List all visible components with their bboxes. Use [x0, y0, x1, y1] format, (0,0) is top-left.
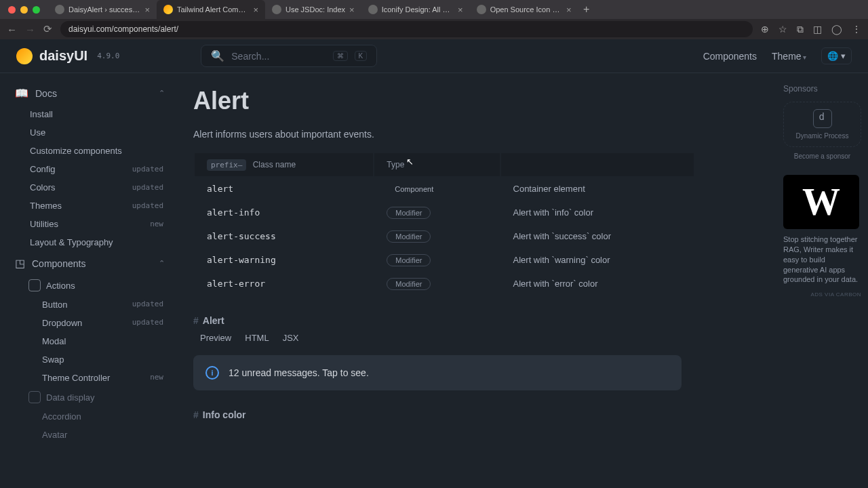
alert-demo: i 12 unread messages. Tap to see.	[193, 355, 682, 390]
close-tab-icon[interactable]: ×	[349, 5, 355, 15]
browser-tab[interactable]: DaisyAlert › success | Histo ×	[48, 0, 157, 19]
maximize-window-icon[interactable]	[33, 6, 40, 14]
cell-type: Component	[374, 178, 499, 200]
browser-tab-active[interactable]: Tailwind Alert Component — ×	[157, 0, 265, 19]
sidebar-item[interactable]: Colorsupdated	[11, 178, 169, 197]
prefix-badge: prefix–	[207, 159, 246, 171]
close-tab-icon[interactable]: ×	[144, 5, 150, 15]
sidebar-section-label: Docs	[35, 88, 152, 99]
nav-components[interactable]: Components	[703, 51, 757, 62]
window-controls	[8, 6, 40, 14]
back-button[interactable]: ←	[7, 24, 17, 35]
close-window-icon[interactable]	[8, 6, 16, 14]
logo[interactable]: daisyUI	[16, 48, 87, 64]
forward-button: →	[25, 24, 35, 35]
sidebar-badge: updated	[132, 300, 163, 310]
actions-icon	[28, 279, 41, 291]
browser-chrome: DaisyAlert › success | Histo × Tailwind …	[0, 0, 868, 39]
type-badge: Modifier	[387, 254, 431, 266]
example-heading-alert[interactable]: Alert	[193, 315, 776, 326]
sidebar-item[interactable]: Customize components	[11, 142, 169, 160]
close-tab-icon[interactable]: ×	[253, 5, 258, 15]
logo-icon	[16, 48, 33, 64]
sidebar-section-docs[interactable]: 📖 Docs ⌃	[11, 81, 169, 105]
new-tab-button[interactable]: +	[578, 3, 595, 16]
sidebar-item-label: Layout & Typography	[30, 237, 113, 247]
version-text: 4.9.0	[97, 52, 119, 60]
sidebar-section-components[interactable]: ◳ Components ⌃	[11, 251, 169, 275]
sponsors-heading: Sponsors	[783, 84, 861, 94]
sidebar-item[interactable]: Modal	[11, 332, 169, 350]
favicon-icon	[477, 5, 486, 14]
nav-theme-dropdown[interactable]: Theme	[772, 51, 806, 62]
tab-jsx[interactable]: JSX	[283, 333, 299, 346]
sidebar-item-label: Modal	[42, 336, 66, 346]
sidebar-group-label: Actions	[46, 281, 75, 291]
profile-icon[interactable]: ◯	[831, 24, 842, 35]
sidebar-group-data-display[interactable]: Data display	[11, 387, 169, 407]
example-heading-info[interactable]: Info color	[193, 409, 776, 420]
carbon-ad[interactable]: W Stop stitching together RAG, Writer ma…	[783, 175, 861, 298]
become-sponsor-link[interactable]: Become a sponsor	[783, 152, 861, 160]
type-badge: Modifier	[387, 230, 431, 243]
tab-preview[interactable]: Preview	[200, 333, 231, 346]
language-button[interactable]: 🌐 ▾	[821, 47, 852, 64]
sidebar-badge: new	[150, 373, 163, 383]
close-tab-icon[interactable]: ×	[566, 5, 572, 15]
sidebar-badge: updated	[132, 201, 163, 210]
tab-html[interactable]: HTML	[245, 333, 269, 346]
sidebar-item[interactable]: Layout & Typography	[11, 233, 169, 251]
sidebar-item[interactable]: Install	[11, 105, 169, 123]
close-tab-icon[interactable]: ×	[458, 5, 463, 15]
table-row: alertComponentContainer element	[195, 178, 694, 200]
sidepanel-icon[interactable]: ◫	[813, 24, 822, 35]
zoom-icon[interactable]: ⊕	[761, 24, 769, 35]
menu-icon[interactable]: ⋮	[852, 24, 861, 35]
browser-tab[interactable]: Use JSDoc: Index ×	[265, 0, 361, 19]
bookmark-icon[interactable]: ☆	[778, 24, 787, 35]
cell-desc: Alert with `info` color	[501, 201, 694, 224]
type-badge: Modifier	[387, 278, 431, 290]
ad-attribution: ADS VIA CARBON	[783, 291, 861, 298]
search-icon: 🔍	[211, 49, 224, 62]
sidebar-item[interactable]: Theme Controllernew	[11, 369, 169, 387]
reload-button[interactable]: ⟳	[43, 23, 52, 35]
sponsor-card[interactable]: Dynamic Process	[783, 102, 861, 147]
browser-tab[interactable]: Open Source Icon Sets - Ico ×	[470, 0, 578, 19]
alert-text: 12 unread messages. Tap to see.	[229, 367, 369, 378]
sidebar-item[interactable]: Buttonupdated	[11, 296, 169, 314]
sidebar-item[interactable]: Dropdownupdated	[11, 314, 169, 332]
cell-classname: alert-error	[195, 272, 373, 295]
sidebar-item[interactable]: Utilitiesnew	[11, 215, 169, 233]
sidebar-group-actions[interactable]: Actions	[11, 275, 169, 296]
sidebar-item[interactable]: Swap	[11, 350, 169, 369]
sidebar-item[interactable]: Themesupdated	[11, 197, 169, 215]
sidebar-section-label: Components	[32, 258, 152, 269]
sidebar-item-label: Utilities	[30, 219, 58, 229]
right-column: Sponsors Dynamic Process Become a sponso…	[776, 73, 868, 488]
browser-tab[interactable]: Iconify Design: All popular i ×	[361, 0, 470, 19]
sidebar-item-label: Avatar	[42, 430, 67, 440]
table-row: alert-errorModifierAlert with `error` co…	[195, 272, 694, 295]
cell-classname: alert-warning	[195, 249, 373, 271]
url-text: daisyui.com/components/alert/	[68, 24, 178, 34]
search-input[interactable]: 🔍 Search... ⌘ K	[201, 45, 377, 67]
sidebar-item-label: Colors	[30, 182, 56, 192]
tab-title: DaisyAlert › success | Histo	[68, 5, 140, 14]
url-input[interactable]: daisyui.com/components/alert/	[60, 21, 753, 37]
sidebar-item[interactable]: Configupdated	[11, 160, 169, 178]
data-display-icon	[28, 391, 41, 403]
minimize-window-icon[interactable]	[20, 6, 28, 14]
sidebar-item[interactable]: Avatar	[11, 426, 169, 444]
cell-desc: Container element	[501, 178, 694, 200]
sidebar-item-label: Use	[30, 127, 45, 138]
sidebar-item[interactable]: Accordion	[11, 407, 169, 426]
kbd-k: K	[355, 51, 368, 61]
extensions-icon[interactable]: ⧉	[797, 24, 804, 35]
sidebar-item-label: Themes	[30, 201, 62, 211]
ad-text: Stop stitching together RAG, Writer make…	[783, 235, 861, 285]
page-title: Alert	[193, 87, 776, 115]
sidebar-group-label: Data display	[46, 392, 95, 403]
sponsor-name: Dynamic Process	[791, 132, 854, 140]
sidebar-item[interactable]: Use	[11, 123, 169, 142]
